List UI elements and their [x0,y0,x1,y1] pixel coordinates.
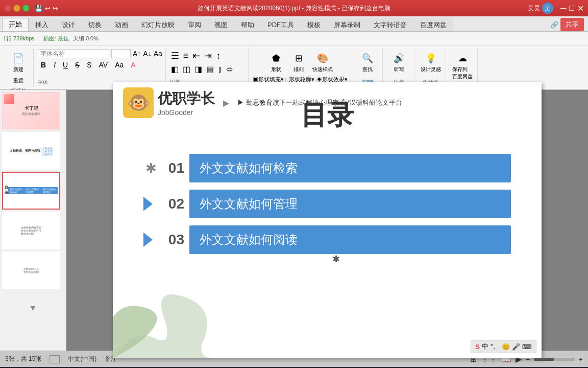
font-inc-button[interactable]: A↑ [133,50,141,58]
arrange-button[interactable]: ⊞ 排列 [288,49,309,75]
italic-button[interactable]: I [51,60,58,70]
design-ideas-button[interactable]: 💡 设计灵感 [419,49,443,75]
tab-home[interactable]: 开始 [2,18,29,31]
line-spacing-button[interactable]: ↕ [215,50,222,62]
undo-icon[interactable]: ↩ [45,5,51,12]
thumb1-content: 卡了吗 请问有录播吗 [21,104,41,118]
thumb2-title: 文献检索、管理与阅读 [10,149,40,153]
tab-design[interactable]: 设计 [55,18,82,31]
share-button[interactable]: 共享 [560,18,584,31]
tab-baidu[interactable]: 百度网盘 [413,18,453,31]
redo-icon[interactable]: ↪ [53,5,58,12]
quick-styles-label: 快速样式 [312,66,333,73]
tab-slideshow[interactable]: 幻灯片放映 [135,18,181,31]
text-direction-button[interactable]: ⬄ [225,63,234,75]
thumb3-title: 目录 [5,185,8,195]
title-right-controls: 吴昊 吴 ─ □ ✕ [528,3,584,14]
thumb1-sub: 请问有录播吗 [22,112,40,117]
listen-button[interactable]: 🔊 听写 [389,49,409,75]
underline-button[interactable]: U [60,60,70,70]
font-size-input[interactable]: 20 [111,49,131,58]
tab-tts[interactable]: 文字转语音 [367,18,413,31]
thumb3-item2: 外文文献如何管理 [24,187,41,194]
align-center-button[interactable]: ◫ [182,63,191,75]
sogou-keyboard: ⌨ [522,343,532,351]
thumb1-deco [4,94,14,104]
slide-thumb-3[interactable]: 目录 外文文献如何检索 外文文献如何管理 外文文献如何阅读 [2,172,60,210]
tab-pdf[interactable]: PDF工具 [261,18,301,31]
columns-button[interactable]: ⫿ [217,64,223,75]
indent-less-button[interactable]: ⇤ [191,49,201,62]
find-button[interactable]: 🔍 查找 [357,49,378,75]
bullets-button[interactable]: ☰ [170,49,180,62]
item2-bar: 外文文献如何管理 [189,190,511,218]
font-clear-button[interactable]: Aa [154,50,162,58]
quick-styles-button[interactable]: 🎨 快速样式 [311,49,334,75]
align-justify-button[interactable]: ▤ [205,63,215,75]
logo-text: 优职学长 JobGooder [158,89,215,117]
zoom-in-button[interactable]: + [579,355,583,363]
tab-transitions[interactable]: 切换 [82,18,108,31]
bold-button[interactable]: B [38,59,49,71]
tab-help[interactable]: 帮助 [234,18,261,31]
indent-more-button[interactable]: ⇥ [203,49,213,62]
font-name-input[interactable] [38,49,109,58]
shapes-icon: ⬟ [268,51,284,66]
save-baidu-icon: ☁ [455,51,470,66]
tab-insert[interactable]: 插入 [29,18,55,31]
maximize-button[interactable] [22,5,30,12]
font-color-button[interactable]: A [128,60,138,70]
tab-view[interactable]: 视图 [208,18,234,31]
thumb3-preview: 目录 外文文献如何检索 外文文献如何管理 外文文献如何阅读 [3,173,59,209]
reset-button[interactable]: 重置 [8,76,29,86]
ribbon-group-designer: 💡 设计灵感 设计器 [415,48,446,87]
spacing-button[interactable]: AV [96,60,110,70]
align-left-button[interactable]: ◧ [170,63,180,75]
listen-icon: 🔊 [391,51,407,66]
window-min-icon[interactable]: ─ [560,4,566,13]
slide-thumb-2[interactable]: 文献检索、管理与阅读 • 文献检索• 文献管理• 文献阅读 [2,132,60,170]
minimize-button[interactable] [13,5,20,12]
cursor-indicator: ✱ [332,254,340,265]
font-name-row: 20 A↑ A↓ Aa [38,49,162,58]
sogou-icon: S [475,343,480,351]
shapes-button[interactable]: ⬟ 形状 [266,49,286,75]
ribbon-group-new: 📄 新建 重置 幻灯片 [3,48,34,87]
tab-template[interactable]: 模板 [301,18,327,31]
charspace-button[interactable]: Aa [112,60,126,70]
slide-thumb-5[interactable]: 文献管理工具管理方法介绍 [2,251,60,289]
shadow-button[interactable]: S [84,60,94,70]
shapes-label: 形状 [271,66,281,73]
slide-thumb-container-2: 2 文献检索、管理与阅读 • 文献检索• 文献管理• 文献阅读 [2,132,64,170]
reset-label: 重置 [13,77,23,84]
zoom-slider[interactable] [534,358,575,361]
window-close-icon[interactable]: ✕ [577,4,584,13]
window-controls[interactable]: 💾 ↩ ↪ [4,5,58,12]
save-icon[interactable]: 💾 [35,5,43,12]
slide-content[interactable]: 🐵 优职学长 JobGooder ▶ ▶ 勤思教育旗下一站式解决心理/教育/汉硕… [113,82,542,358]
thumb4-content: 文献检索内容页面外文文献检索方法数据库介绍 [21,226,41,235]
numbering-button[interactable]: ≡ [182,50,190,62]
thumb5-preview: 文献管理工具管理方法介绍 [3,252,59,288]
slide-thumb-container-5: 5 文献管理工具管理方法介绍 [2,251,64,289]
slide-thumb-4[interactable]: 文献检索内容页面外文文献检索方法数据库介绍 [2,212,60,249]
new-row: 📄 新建 [8,49,29,75]
window-max-icon[interactable]: □ [569,4,574,13]
strikethrough-button[interactable]: S̶ [72,60,82,70]
slide-items: ✱ 01 外文文献如何检索 02 外文文献如何管理 03 外文文献如何阅读 [113,154,542,254]
tab-review[interactable]: 审阅 [181,18,208,31]
shape-row: ⬟ 形状 ⊞ 排列 🎨 快速样式 [266,49,334,75]
new-slide-button[interactable]: 📄 新建 [8,49,29,75]
tab-animations[interactable]: 动画 [108,18,135,31]
notes-toggle[interactable] [50,355,60,363]
save-baidu-button[interactable]: ☁ 保存到百度网盘 [451,49,474,82]
tab-screenrecord[interactable]: 屏幕录制 [327,18,367,31]
font-dec-button[interactable]: A↓ [143,50,151,58]
align-row: ◧ ◫ ◨ ▤ ⫿ ⬄ [170,63,234,75]
ribbon-group-listen: 🔊 听写 语音 [384,48,414,87]
quick-styles-icon: 🎨 [315,51,330,66]
close-button[interactable] [4,5,11,12]
slide-thumb-1[interactable]: 卡了吗 请问有录播吗 [2,92,60,130]
listen-label: 听写 [394,66,404,73]
align-right-button[interactable]: ◨ [193,63,203,75]
